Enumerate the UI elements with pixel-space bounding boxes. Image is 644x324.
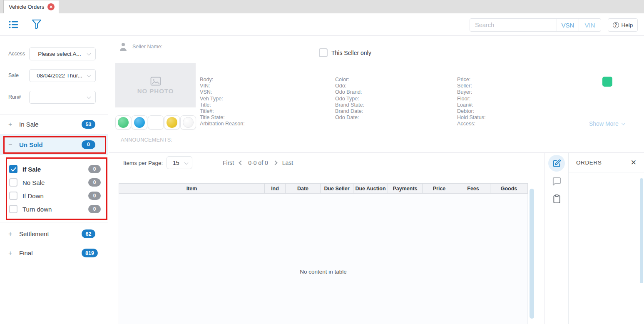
vehicle-fields-col3: Price:Seller: Buyer:Floor: Loan#:Debtor:… — [457, 77, 486, 127]
filter-row-if-down[interactable]: If Down 0 — [0, 189, 108, 202]
search-input[interactable] — [470, 19, 557, 31]
items-per-page-select[interactable]: 15 — [167, 156, 192, 169]
tab-close-icon[interactable]: ✕ — [47, 3, 55, 10]
app-header: VSN VIN ? Help — [0, 14, 644, 36]
checkbox[interactable] — [9, 192, 17, 200]
filter-label: If Sale — [22, 166, 41, 173]
column-header-goods[interactable]: Goods — [490, 184, 527, 193]
count-pill: 0 — [88, 178, 101, 187]
access-value: Please select A... — [38, 51, 81, 57]
count-badge: 53 — [82, 120, 95, 129]
sale-select[interactable]: 08/04/2022 Thur... — [29, 69, 96, 82]
sale-label: Sale — [8, 72, 19, 78]
column-header-fees[interactable]: Fees — [456, 184, 490, 193]
image-icon — [150, 77, 161, 86]
no-photo-label: NO PHOTO — [137, 87, 174, 95]
pagination-range: 0-0 of 0 — [248, 160, 268, 166]
orders-panel-header: ORDERS ✕ — [569, 153, 644, 172]
announcements-label: ANNOUNCEMENTS: — [121, 137, 172, 143]
show-more-link[interactable]: Show More — [589, 120, 625, 127]
vehicle-orders-app: Vehicle Orders ✕ VSN VIN ? Help — [0, 0, 644, 324]
status-light-yellow[interactable] — [164, 115, 180, 130]
sale-value: 08/04/2022 Thur... — [37, 72, 82, 79]
chevron-left-icon[interactable] — [239, 160, 244, 165]
orders-scrollbar[interactable] — [640, 178, 643, 283]
checkbox[interactable] — [9, 205, 17, 213]
tab-vehicle-orders[interactable]: Vehicle Orders ✕ — [3, 0, 59, 13]
collapse-icon[interactable]: − — [8, 141, 15, 148]
vin-button[interactable]: VIN — [579, 19, 601, 31]
run-label: Run# — [8, 94, 21, 100]
section-label: Un Sold — [19, 141, 43, 148]
table-body: No content in table — [119, 194, 528, 324]
pagination-first[interactable]: First — [223, 160, 234, 166]
close-icon[interactable]: ✕ — [631, 159, 637, 166]
filter-row-turn-down[interactable]: Turn down 0 — [0, 202, 108, 216]
help-button[interactable]: ? Help — [608, 18, 638, 32]
access-label: Access — [8, 51, 25, 57]
column-header-ind[interactable]: Ind — [265, 184, 286, 193]
chevron-right-icon[interactable] — [273, 160, 277, 165]
access-select[interactable]: Please select A... — [29, 47, 96, 60]
column-header-due-seller[interactable]: Due Seller — [321, 184, 353, 193]
sidebar-item-final[interactable]: + Final 819 — [0, 243, 108, 263]
list-menu-icon[interactable] — [8, 20, 19, 31]
hold-status-indicator — [602, 77, 612, 87]
count-pill: 0 — [88, 192, 101, 200]
edit-icon — [552, 159, 561, 168]
filter-label: If Down — [22, 192, 44, 199]
orders-panel: ORDERS ✕ — [568, 153, 644, 324]
vehicle-fields-col2: Color:Odo: Odo Brand:Odo Type: Brand Sta… — [335, 77, 364, 121]
checkbox[interactable] — [9, 178, 17, 187]
filter-row-no-sale[interactable]: No Sale 0 — [0, 176, 108, 189]
search-group: VSN VIN — [470, 18, 601, 32]
comment-icon[interactable] — [552, 177, 562, 188]
column-header-payments[interactable]: Payments — [388, 184, 423, 193]
expand-icon[interactable]: + — [8, 230, 15, 238]
sidebar-item-in-sale[interactable]: + In Sale 53 — [0, 115, 108, 134]
filter-row-if-sale[interactable]: If Sale 0 — [0, 162, 108, 176]
expand-icon[interactable]: + — [8, 121, 15, 128]
seller-name-label: Seller Name: — [132, 44, 162, 50]
count-badge: 62 — [82, 229, 95, 238]
status-light-blue[interactable] — [132, 115, 147, 130]
yellow-light-icon — [167, 117, 177, 128]
blue-light-icon — [134, 117, 145, 128]
column-header-price[interactable]: Price — [423, 184, 456, 193]
checkbox-checked[interactable] — [9, 165, 17, 173]
column-header-item[interactable]: Item — [119, 184, 265, 193]
this-seller-only-label: This Seller only — [331, 50, 371, 56]
vsn-button[interactable]: VSN — [557, 19, 579, 31]
section-label: In Sale — [19, 121, 39, 128]
expand-icon[interactable]: + — [8, 249, 15, 257]
column-header-date[interactable]: Date — [286, 184, 321, 193]
right-tool-strip — [545, 153, 568, 324]
status-light-red[interactable] — [148, 115, 164, 130]
no-photo-placeholder: NO PHOTO — [115, 63, 196, 107]
help-label: Help — [622, 22, 633, 28]
sidebar: Access Please select A... Sale 08/04/202… — [0, 36, 108, 324]
chevron-down-icon — [184, 161, 189, 165]
chevron-down-icon — [621, 121, 625, 125]
filter-icon[interactable] — [32, 19, 42, 31]
filter-label: Turn down — [22, 206, 52, 213]
vehicle-fields-col1: Body:VIN: VSN:Veh Type: Title:Title#: Ti… — [200, 77, 245, 127]
sidebar-item-settlement[interactable]: + Settlement 62 — [0, 224, 108, 244]
pagination-last[interactable]: Last — [282, 160, 293, 166]
count-pill: 0 — [88, 205, 101, 213]
red-light-icon — [150, 117, 161, 128]
table-header-row: Item Ind Date Due Seller Due Auction Pay… — [119, 183, 528, 194]
pagination: First 0-0 of 0 Last — [223, 156, 293, 169]
run-select[interactable] — [29, 91, 96, 104]
status-light-green[interactable] — [115, 115, 131, 130]
status-light-white[interactable] — [180, 115, 196, 130]
table-scrollbar[interactable] — [530, 189, 534, 319]
orders-edit-button[interactable] — [548, 155, 565, 172]
this-seller-only-checkbox[interactable] — [319, 48, 328, 57]
results-table-zone: Items per Page: 15 First 0-0 of 0 Last I… — [109, 153, 545, 324]
clipboard-icon[interactable] — [552, 194, 562, 206]
column-header-due-auction[interactable]: Due Auction — [353, 184, 388, 193]
section-label: Settlement — [19, 230, 49, 237]
sidebar-item-un-sold[interactable]: − Un Sold 0 — [0, 134, 108, 155]
items-per-page-value: 15 — [173, 160, 179, 166]
